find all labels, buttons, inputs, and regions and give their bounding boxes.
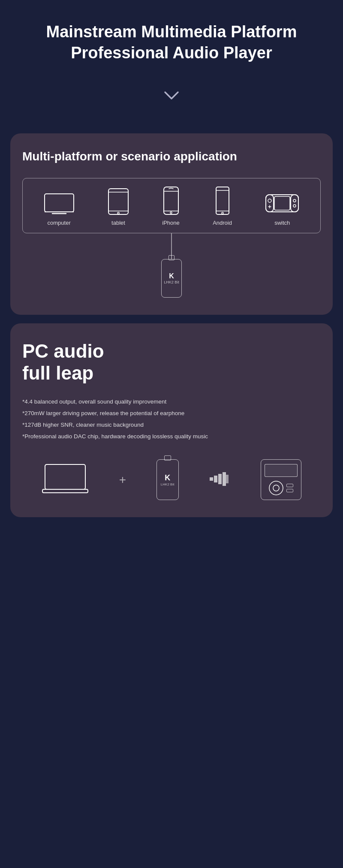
svg-rect-15 bbox=[266, 195, 298, 212]
hero-title: Mainstream Multimedia Platform Professio… bbox=[17, 21, 326, 64]
svg-rect-27 bbox=[210, 477, 213, 481]
svg-point-19 bbox=[268, 199, 271, 202]
pc-dac-k: K bbox=[165, 473, 170, 482]
android-label: Android bbox=[213, 220, 232, 226]
pc-dac-dongle: K LHK2 Bit bbox=[156, 459, 179, 500]
svg-rect-11 bbox=[216, 187, 229, 214]
svg-rect-29 bbox=[218, 474, 222, 484]
dac-k-symbol: K bbox=[169, 272, 174, 280]
multi-platform-title: Multi-platform or scenario application bbox=[22, 149, 321, 164]
feature-1: *4.4 balanced output, overall sound qual… bbox=[22, 396, 321, 407]
device-computer: computer bbox=[44, 193, 75, 226]
feature-4: *Professional audio DAC chip, hardware d… bbox=[22, 431, 321, 442]
svg-rect-26 bbox=[42, 489, 88, 493]
svg-point-21 bbox=[293, 205, 296, 207]
device-iphone: iPhone bbox=[162, 186, 179, 226]
svg-rect-3 bbox=[108, 189, 128, 214]
svg-rect-16 bbox=[266, 195, 274, 212]
pc-dac-label: LHK2 Bit bbox=[161, 482, 175, 486]
device-grid: computer tablet iPhone bbox=[22, 178, 321, 233]
pc-laptop-icon bbox=[42, 463, 89, 497]
feature-3: *127dB higher SNR, cleaner music backgro… bbox=[22, 419, 321, 431]
hero-title-line1: Mainstream Multimedia Platform bbox=[46, 23, 297, 41]
svg-point-20 bbox=[293, 199, 296, 202]
pc-features-list: *4.4 balanced output, overall sound qual… bbox=[22, 396, 321, 442]
svg-point-6 bbox=[117, 212, 119, 214]
volume-knob-icon bbox=[268, 480, 284, 496]
multi-platform-card: Multi-platform or scenario application c… bbox=[10, 133, 333, 315]
hero-section: Mainstream Multimedia Platform Professio… bbox=[0, 0, 343, 125]
arrow-right-icon bbox=[209, 471, 230, 488]
pc-audio-title: PC audio full leap bbox=[22, 341, 321, 384]
svg-rect-31 bbox=[226, 475, 229, 483]
dac-dongle: K LHK2 Bit bbox=[161, 259, 182, 298]
svg-rect-18 bbox=[274, 196, 290, 210]
switch-icon bbox=[265, 191, 299, 215]
hero-arrow-icon bbox=[17, 90, 326, 103]
pc-audio-card: PC audio full leap *4.4 balanced output,… bbox=[10, 323, 333, 517]
android-icon bbox=[215, 186, 230, 215]
device-tablet: tablet bbox=[108, 188, 129, 226]
hero-title-line2: Professional Audio Player bbox=[71, 44, 272, 62]
pc-icons-row: + K LHK2 Bit bbox=[22, 459, 321, 500]
svg-rect-28 bbox=[214, 476, 217, 482]
svg-rect-30 bbox=[223, 472, 226, 486]
dac-logo-label: LHK2 Bit bbox=[164, 280, 179, 285]
pc-title-line1: PC audio bbox=[22, 341, 104, 362]
svg-point-10 bbox=[170, 212, 172, 214]
tablet-icon bbox=[108, 188, 129, 215]
plus-icon: + bbox=[119, 473, 126, 487]
svg-rect-24 bbox=[45, 464, 85, 489]
iphone-icon bbox=[163, 186, 179, 215]
tablet-label: tablet bbox=[111, 220, 125, 226]
device-switch: switch bbox=[265, 191, 299, 226]
connector-area: K LHK2 Bit bbox=[22, 233, 321, 298]
audio-player-icon bbox=[261, 459, 301, 500]
svg-point-14 bbox=[222, 212, 223, 214]
computer-icon bbox=[44, 193, 75, 215]
pc-title-line2: full leap bbox=[22, 362, 93, 383]
svg-point-33 bbox=[273, 485, 279, 491]
switch-label: switch bbox=[274, 220, 290, 226]
feature-2: *270mW larger driving power, release the… bbox=[22, 407, 321, 419]
device-android: Android bbox=[213, 186, 232, 226]
svg-rect-17 bbox=[291, 195, 298, 212]
svg-rect-0 bbox=[45, 194, 74, 212]
computer-label: computer bbox=[48, 220, 71, 226]
iphone-label: iPhone bbox=[162, 220, 179, 226]
svg-point-32 bbox=[269, 481, 283, 495]
